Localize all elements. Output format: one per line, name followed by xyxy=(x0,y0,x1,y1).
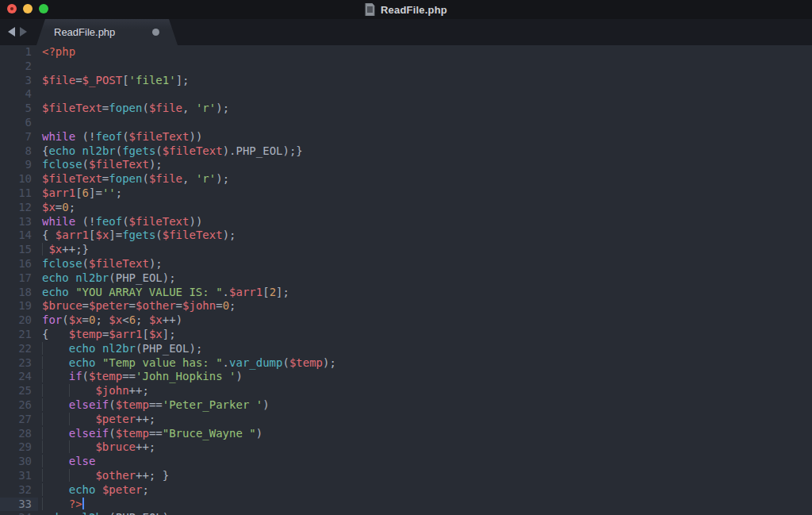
code-text: echo nl2br(PHP_EOL); xyxy=(38,342,812,356)
code-line[interactable]: 17echo nl2br(PHP_EOL); xyxy=(0,271,812,286)
line-number[interactable]: 19 xyxy=(0,299,38,313)
code-line[interactable]: 4 xyxy=(0,87,812,102)
line-number[interactable]: 14 xyxy=(0,229,38,243)
code-line[interactable]: 23 echo "Temp value has: ".var_dump($tem… xyxy=(0,356,812,371)
line-number[interactable]: 28 xyxy=(0,427,38,441)
back-arrow-icon[interactable] xyxy=(8,27,15,37)
code-line[interactable]: 21{ $temp=$arr1[$x]; xyxy=(0,328,812,342)
line-number[interactable]: 1 xyxy=(0,45,38,60)
code-text: $bruce=$peter=$other=$john=0; xyxy=(38,299,812,313)
code-line[interactable]: 14{ $arr1[$x]=fgets($fileText); xyxy=(0,229,812,243)
code-text: fclose($fileText); xyxy=(38,158,812,172)
code-line[interactable]: 28 elseif($temp=="Bruce_Wayne ") xyxy=(0,427,812,441)
code-line[interactable]: 16fclose($fileText); xyxy=(0,257,812,271)
line-number[interactable]: 15 xyxy=(0,243,38,257)
line-number[interactable]: 24 xyxy=(0,370,38,384)
line-number[interactable]: 5 xyxy=(0,102,38,116)
code-text: $x++;} xyxy=(38,243,812,257)
code-text: if($temp=='John_Hopkins ') xyxy=(38,370,812,384)
code-line[interactable]: 6 xyxy=(0,116,812,130)
code-line[interactable]: 10$fileText=fopen($file, 'r'); xyxy=(0,172,812,186)
code-line[interactable]: 15 $x++;} xyxy=(0,243,812,257)
line-number[interactable]: 26 xyxy=(0,398,38,413)
nav-arrows xyxy=(8,27,27,37)
code-text: $john++; xyxy=(38,384,812,398)
line-number[interactable]: 2 xyxy=(0,60,38,74)
code-line[interactable]: 25 $john++; xyxy=(0,384,812,398)
line-number[interactable]: 16 xyxy=(0,257,38,271)
code-line[interactable]: 3$file=$_POST['file1']; xyxy=(0,74,812,88)
text-cursor xyxy=(82,498,84,509)
app-window: ReadFile.php ReadFile.php 1<?php23$file=… xyxy=(0,0,812,515)
code-text: { $temp=$arr1[$x]; xyxy=(38,328,812,342)
code-text xyxy=(38,87,812,102)
window-title-group: ReadFile.php xyxy=(0,0,812,19)
line-number[interactable]: 23 xyxy=(0,356,38,371)
code-line[interactable]: 32 echo $peter; xyxy=(0,483,812,498)
code-text: $file=$_POST['file1']; xyxy=(38,74,812,88)
line-number[interactable]: 25 xyxy=(0,384,38,398)
line-number[interactable]: 33 xyxy=(0,498,38,512)
code-line[interactable]: 20for($x=0; $x<6; $x++) xyxy=(0,313,812,328)
code-text: echo nl2br(PHP_EOL); xyxy=(38,271,812,286)
line-number[interactable]: 32 xyxy=(0,483,38,498)
line-number[interactable]: 4 xyxy=(0,87,38,102)
code-line[interactable]: 22 echo nl2br(PHP_EOL); xyxy=(0,342,812,356)
window-title: ReadFile.php xyxy=(381,4,447,16)
code-text: elseif($temp=='Peter_Parker ') xyxy=(38,398,812,413)
code-line[interactable]: 34echo nl2br(PHP_EOL); xyxy=(0,511,812,515)
line-number[interactable]: 17 xyxy=(0,271,38,286)
line-number[interactable]: 30 xyxy=(0,455,38,469)
line-number[interactable]: 29 xyxy=(0,440,38,455)
line-number[interactable]: 8 xyxy=(0,144,38,159)
code-text: $fileText=fopen($file, 'r'); xyxy=(38,102,812,116)
code-line[interactable]: 2 xyxy=(0,60,812,74)
line-number[interactable]: 6 xyxy=(0,116,38,130)
code-line[interactable]: 7while (!feof($fileText)) xyxy=(0,130,812,144)
code-line[interactable]: 11$arr1[6]=''; xyxy=(0,186,812,201)
line-number[interactable]: 9 xyxy=(0,158,38,172)
line-number[interactable]: 12 xyxy=(0,201,38,215)
code-line[interactable]: 27 $peter++; xyxy=(0,413,812,427)
code-text: elseif($temp=="Bruce_Wayne ") xyxy=(38,427,812,441)
code-line[interactable]: 29 $bruce++; xyxy=(0,440,812,455)
tab-modified-dot[interactable] xyxy=(152,29,159,36)
line-number[interactable]: 7 xyxy=(0,130,38,144)
code-line[interactable]: 24 if($temp=='John_Hopkins ') xyxy=(0,370,812,384)
line-number[interactable]: 22 xyxy=(0,342,38,356)
code-text: echo "YOU ARRAY VALUE IS: ".$arr1[2]; xyxy=(38,286,812,300)
code-line[interactable]: 1<?php xyxy=(0,45,812,60)
line-number[interactable]: 13 xyxy=(0,215,38,229)
code-text: for($x=0; $x<6; $x++) xyxy=(38,313,812,328)
code-text: echo nl2br(PHP_EOL); xyxy=(38,511,812,515)
code-editor[interactable]: 1<?php23$file=$_POST['file1'];45$fileTex… xyxy=(0,45,812,515)
code-line[interactable]: 19$bruce=$peter=$other=$john=0; xyxy=(0,299,812,313)
forward-arrow-icon[interactable] xyxy=(20,27,27,37)
code-line[interactable]: 5$fileText=fopen($file, 'r'); xyxy=(0,102,812,116)
code-line[interactable]: 26 elseif($temp=='Peter_Parker ') xyxy=(0,398,812,413)
line-number[interactable]: 20 xyxy=(0,313,38,328)
line-number[interactable]: 31 xyxy=(0,469,38,483)
code-line[interactable]: 9fclose($fileText); xyxy=(0,158,812,172)
code-line[interactable]: 33 ?> xyxy=(0,498,812,512)
code-line[interactable]: 13while (!feof($fileText)) xyxy=(0,215,812,229)
code-line[interactable]: 18echo "YOU ARRAY VALUE IS: ".$arr1[2]; xyxy=(0,286,812,300)
line-number[interactable]: 34 xyxy=(0,511,38,515)
line-number[interactable]: 10 xyxy=(0,172,38,186)
code-line[interactable]: 12$x=0; xyxy=(0,201,812,215)
code-text: ?> xyxy=(38,498,812,512)
code-line[interactable]: 31 $other++; } xyxy=(0,469,812,483)
tab-readfile[interactable]: ReadFile.php xyxy=(36,19,178,45)
code-text xyxy=(38,60,812,74)
line-number[interactable]: 27 xyxy=(0,413,38,427)
code-text: while (!feof($fileText)) xyxy=(38,215,812,229)
code-line[interactable]: 8{echo nl2br(fgets($fileText).PHP_EOL);} xyxy=(0,144,812,159)
line-number[interactable]: 3 xyxy=(0,74,38,88)
code-line[interactable]: 30 else xyxy=(0,455,812,469)
code-text: <?php xyxy=(38,45,812,60)
code-text: $arr1[6]=''; xyxy=(38,186,812,201)
line-number[interactable]: 21 xyxy=(0,328,38,342)
line-number[interactable]: 11 xyxy=(0,186,38,201)
line-number[interactable]: 18 xyxy=(0,286,38,300)
tab-bar: ReadFile.php xyxy=(0,19,812,45)
